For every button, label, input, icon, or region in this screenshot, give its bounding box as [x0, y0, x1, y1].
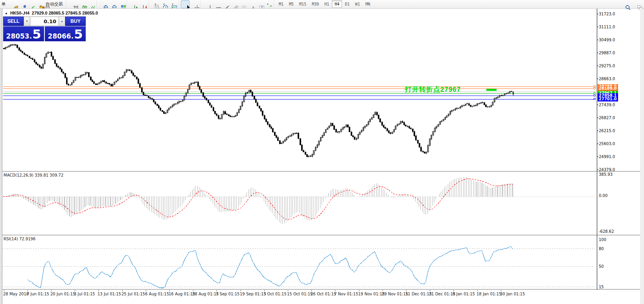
time-axis-label[interactable]: 7 Nov 01:15 — [334, 292, 358, 296]
time-axis-label[interactable]: 13 Jul 01:15 — [98, 292, 121, 296]
rsi-panel-plot[interactable] — [2, 236, 597, 289]
toolbar-right-icons — [620, 0, 641, 9]
time-axis-label[interactable]: 3 Oct 01:15 — [263, 292, 287, 296]
price-axis-tick — [597, 118, 598, 118]
time-axis-label[interactable]: 28 Aug 01:15 — [192, 292, 219, 296]
symbol-triangle-icon: ▲ — [5, 11, 8, 15]
chart-ohlc-values: 27929.0 28065.5 27845.5 28055.0 — [32, 11, 98, 15]
price-axis-label[interactable]: 29887.0 — [599, 51, 638, 55]
price-axis-label[interactable]: 31723.0 — [599, 12, 638, 16]
buy-price-main: 28066 — [48, 32, 71, 40]
line-endpoint-handle[interactable] — [594, 98, 596, 100]
time-axis-label[interactable]: 21 Dec 01:15 — [429, 292, 455, 296]
search-button[interactable] — [620, 0, 629, 8]
time-axis-label[interactable]: 28 May 2018 — [3, 292, 29, 296]
time-axis-label[interactable]: 3 Jul 01:15 — [74, 292, 95, 296]
lot-decrease-button[interactable]: ▾ — [24, 17, 30, 26]
price-axis-label[interactable]: 26215.0 — [599, 129, 638, 133]
timeframe-h4-button[interactable]: H4 — [332, 0, 342, 8]
time-axis-label[interactable]: 29 Nov 01:15 — [382, 292, 408, 296]
price-axis-label[interactable]: 29275.0 — [599, 64, 638, 68]
toolbar-separator — [273, 1, 275, 8]
price-axis-label[interactable]: 28663.0 — [599, 77, 638, 81]
timeframe-d1-button[interactable]: D1 — [342, 0, 352, 8]
templates-button[interactable]: ▾ — [168, 0, 177, 8]
macd-panel-plot[interactable] — [2, 172, 597, 235]
timeframe-m15-button[interactable]: M15 — [296, 0, 309, 8]
price-axis-label[interactable]: 27439.0 — [599, 103, 638, 107]
sell-price-dot: . — [29, 32, 32, 40]
time-axis-tick — [75, 290, 75, 291]
vertical-line-button[interactable] — [202, 0, 211, 8]
time-axis-label[interactable]: 26 Oct 01:15 — [311, 292, 336, 296]
green-level-marker[interactable] — [486, 89, 497, 91]
cursor-button[interactable] — [181, 0, 190, 8]
line-endpoint-handle[interactable] — [594, 92, 596, 94]
timeframe-m5-button[interactable]: M5 — [286, 0, 296, 8]
time-axis-label[interactable]: 7 Sep 01:15 — [216, 292, 239, 296]
autotrading-button-button[interactable]: 自动交易 — [43, 0, 64, 8]
price-axis-label[interactable]: 25603.0 — [599, 142, 638, 146]
lot-size-input[interactable] — [30, 17, 59, 26]
time-axis-label[interactable]: 16 Aug 01:15 — [169, 292, 195, 296]
time-axis-tick — [311, 290, 312, 291]
sell-price-display[interactable]: 28053 . 5 — [3, 26, 44, 41]
timeframe-m1-button[interactable]: M1 — [276, 0, 286, 8]
buy-price-display[interactable]: 28066 . 5 — [45, 26, 86, 41]
time-axis-label[interactable]: 19 Nov 01:15 — [358, 292, 385, 296]
macd-indicator-header: MACD(12,26,9) 339.81 309.72 — [4, 173, 63, 177]
time-axis-tick — [501, 290, 501, 291]
periods-button[interactable]: ▾ — [159, 0, 168, 8]
zoom-in-button[interactable] — [99, 0, 107, 8]
price-axis-tick — [597, 170, 598, 170]
price-axis-label[interactable]: 24379.0 — [599, 168, 638, 172]
price-chart-plot[interactable] — [2, 9, 597, 171]
time-axis-label[interactable]: 20 Jun 01:15 — [50, 292, 75, 296]
price-axis-label[interactable]: 26827.0 — [599, 116, 638, 120]
price-axis-label[interactable]: 30499.0 — [599, 38, 638, 42]
time-axis-label[interactable]: 25 Jul 01:15 — [121, 292, 145, 296]
timeframe-w1-button[interactable]: W1 — [352, 0, 362, 8]
candlesticks — [3, 44, 513, 157]
time-axis-label[interactable]: 11 Dec 01:15 — [405, 292, 432, 296]
line-endpoint-handle[interactable] — [594, 94, 596, 96]
macd-axis-label: 0.00 — [599, 193, 638, 198]
sell-button[interactable]: SELL — [3, 17, 24, 26]
time-axis-label[interactable]: 30 Jan 01:15 — [500, 292, 525, 296]
panel-separator[interactable] — [2, 235, 640, 236]
time-axis-label[interactable]: 19 Sep 01:15 — [240, 292, 266, 296]
price-axis-label[interactable]: 31111.0 — [599, 25, 638, 29]
price-axis-tick — [597, 79, 598, 79]
time-axis-tick — [4, 290, 4, 291]
auto-scroll-button[interactable] — [129, 0, 138, 8]
time-axis-label[interactable]: 8 Jan 01:15 — [453, 292, 475, 296]
price-axis-label[interactable]: 24991.0 — [599, 155, 638, 159]
time-axis-label[interactable]: 18 Jan 01:15 — [477, 292, 501, 296]
add-indicator-button[interactable]: ▾ — [151, 0, 159, 8]
price-line-label: 28189.0 — [598, 86, 618, 91]
price-axis-tick — [597, 40, 598, 40]
time-axis-label[interactable]: 7 Jun 01:15 — [27, 292, 49, 296]
time-axis-label[interactable]: 15 Oct 01:15 — [287, 292, 313, 296]
timeframe-m30-button[interactable]: M30 — [309, 0, 322, 8]
gold-ingot-button[interactable] — [9, 0, 17, 8]
turning-point-annotation[interactable]: 打开转折点27967 — [405, 85, 461, 94]
bar-chart-type-button[interactable] — [68, 0, 77, 8]
panel-separator[interactable] — [2, 171, 640, 172]
price-axis-border — [597, 9, 597, 290]
chat-button[interactable] — [632, 0, 641, 8]
time-axis-label[interactable]: 6 Aug 01:15 — [145, 292, 169, 296]
timeframe-mn-button[interactable]: MN — [362, 0, 373, 8]
macd-axis-label: 385.93 — [599, 172, 638, 177]
line-endpoint-handle[interactable] — [594, 87, 596, 89]
rsi-axis-label: 15 — [599, 285, 638, 289]
rsi-line — [27, 247, 513, 288]
lot-increase-button[interactable]: ▴ — [59, 17, 65, 26]
buy-button[interactable]: BUY — [65, 17, 86, 26]
timeframe-h1-button[interactable]: H1 — [322, 0, 332, 8]
new-order-truncated-button[interactable]: 单 — [0, 0, 9, 8]
price-axis-tick — [597, 131, 598, 131]
one-click-trading-panel: SELL ▾ ▴ BUY 28053 . 5 28066 . 5 — [3, 17, 86, 41]
rsi-indicator-header: RSI(14) 72.9196 — [4, 237, 35, 241]
time-axis-tick — [122, 290, 123, 291]
